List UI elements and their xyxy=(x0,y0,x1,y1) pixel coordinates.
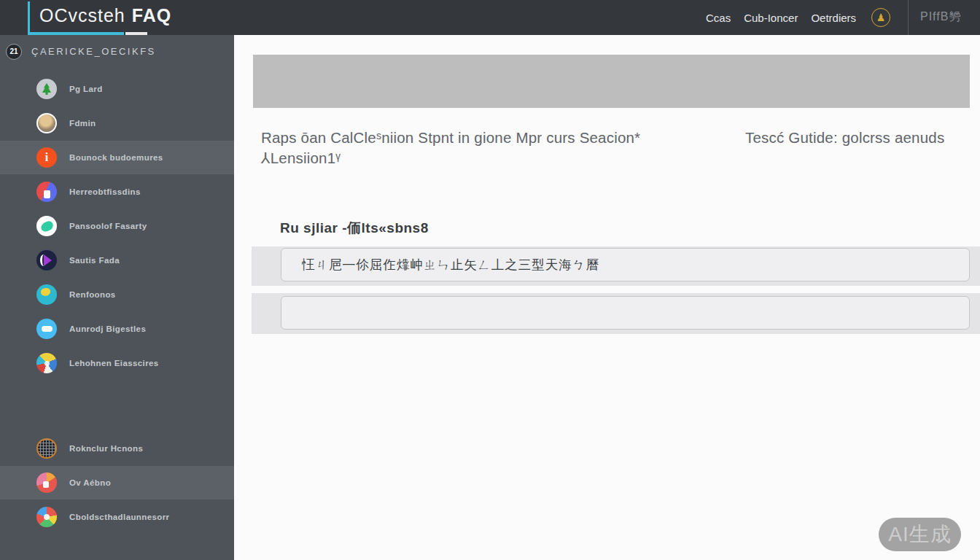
ai-watermark: AI生成 xyxy=(879,518,961,551)
tree-icon xyxy=(36,79,57,99)
logo-accent-bar xyxy=(28,1,30,32)
question-input-2[interactable] xyxy=(281,296,970,330)
sidebar-item[interactable]: Lehohnen Eiasscires xyxy=(0,346,234,380)
question-input-1[interactable] xyxy=(281,248,970,281)
sidebar: 21 ÇAERICKE_OECIKFS Pg LardFdminBounock … xyxy=(0,35,234,560)
sidebar-item-label: Bounock budoemures xyxy=(69,153,163,162)
sidebar-item[interactable]: Pansoolof Fasarty xyxy=(0,209,234,243)
sidebar-item-label: Herreobtfissdins xyxy=(69,187,141,196)
globe-icon xyxy=(36,284,57,305)
app-window: OCvcstehFAQ CcasCub-IoncerOetrdiers ♟ PI… xyxy=(0,0,980,560)
hero-banner-placeholder xyxy=(253,55,970,108)
info-icon xyxy=(36,147,57,168)
sidebar-item-label: Sautis Fada xyxy=(69,256,120,265)
topbar: OCvcstehFAQ CcasCub-IoncerOetrdiers ♟ PI… xyxy=(0,0,980,35)
nav-item[interactable]: Oetrdiers xyxy=(811,12,856,24)
sidebar-item-label: Cboldscthadlaunnesorr xyxy=(69,513,169,521)
logo-name: OCvcsteh xyxy=(39,5,125,26)
cloud-icon xyxy=(36,319,57,339)
sidebar-item[interactable]: Sautis Fada xyxy=(0,244,234,277)
pie-icon xyxy=(36,472,57,493)
sidebar-item-label: Aunrodj Bigestles xyxy=(69,324,146,333)
sidebar-header-label: ÇAERICKE_OECIKFS xyxy=(31,46,156,57)
sidebar-item-label: Lehohnen Eiasscires xyxy=(69,359,159,368)
user-badge-icon[interactable]: ♟ xyxy=(871,8,890,27)
sidebar-item[interactable]: Cboldscthadlaunnesorr xyxy=(0,500,234,534)
sidebar-item[interactable]: Bounock budoemures xyxy=(0,141,234,174)
sidebar-item-label: Fdmin xyxy=(69,119,96,128)
play-icon xyxy=(36,250,57,271)
topbar-divider xyxy=(908,0,909,35)
topbar-right-label[interactable]: PIffB㔢 xyxy=(920,9,961,25)
topbar-nav: CcasCub-IoncerOetrdiers xyxy=(706,0,856,35)
nav-item[interactable]: Cub-Ioncer xyxy=(744,12,798,24)
sidebar-item[interactable]: Renfoonos xyxy=(0,278,234,311)
grid-icon xyxy=(36,438,57,459)
sidebar-item[interactable]: Aunrodj Bigestles xyxy=(0,312,234,346)
sidebar-item[interactable]: Herreobtfissdins xyxy=(0,175,234,209)
sidebar-badge-icon: 21 xyxy=(6,44,22,60)
sidebar-item-label: Ov Aébno xyxy=(69,478,111,487)
app-logo[interactable]: OCvcstehFAQ xyxy=(39,5,171,26)
sidebar-item[interactable]: Pg Lard xyxy=(0,72,234,106)
sidebar-list: Pg LardFdminBounock budoemuresHerreobtfi… xyxy=(0,72,234,534)
sidebar-item-label: Roknclur Hcnons xyxy=(69,444,143,453)
sidebar-item-label: Pansoolof Fasarty xyxy=(69,222,147,230)
sidebar-header[interactable]: 21 ÇAERICKE_OECIKFS xyxy=(0,35,234,64)
heading-left: Raps ōan CalCleˢniion Stpnt in gione Mpr… xyxy=(261,128,691,168)
avatar-icon xyxy=(36,113,57,133)
sidebar-item-label: Renfoonos xyxy=(69,290,116,299)
leaf-icon xyxy=(36,216,57,236)
ball-icon xyxy=(36,353,57,373)
wheel-icon xyxy=(36,507,57,527)
topbar-badge-wrap: ♟ xyxy=(871,0,890,35)
heading-right: Tescć Gutide: golcrss aenuds xyxy=(745,128,975,148)
sidebar-item[interactable]: Fdmin xyxy=(0,106,234,140)
sidebar-item[interactable]: Ov Aébno xyxy=(0,466,234,499)
logo-suffix: FAQ xyxy=(132,5,171,26)
nav-item[interactable]: Ccas xyxy=(706,12,731,24)
sidebar-item-label: Pg Lard xyxy=(69,85,103,93)
sidebar-item[interactable]: Roknclur Hcnons xyxy=(0,432,234,465)
split-icon xyxy=(36,182,57,202)
section-title: Ru sjliar -侕lts«sbns8 xyxy=(280,219,429,238)
